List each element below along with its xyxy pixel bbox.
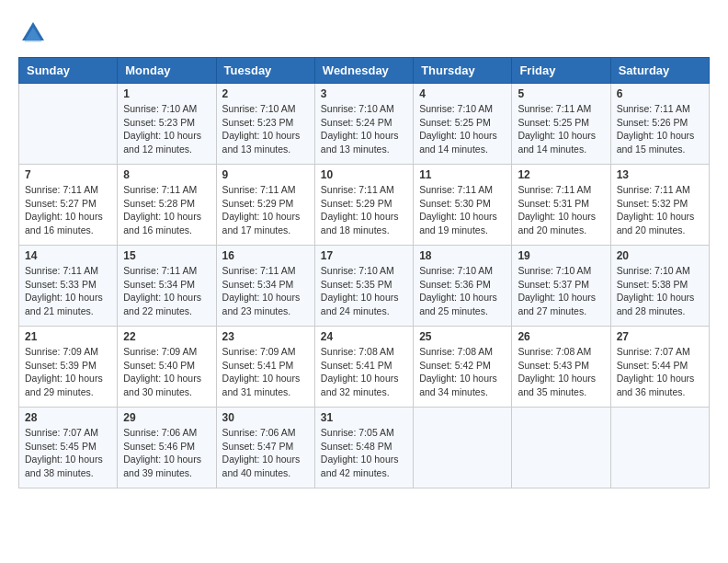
day-info: Sunrise: 7:09 AM Sunset: 5:41 PM Dayligh… xyxy=(222,345,309,399)
day-info: Sunrise: 7:11 AM Sunset: 5:29 PM Dayligh… xyxy=(222,183,309,237)
calendar-cell: 6Sunrise: 7:11 AM Sunset: 5:26 PM Daylig… xyxy=(610,84,709,165)
day-number: 2 xyxy=(222,87,309,100)
day-number: 3 xyxy=(321,87,407,100)
day-number: 8 xyxy=(123,168,210,181)
day-info: Sunrise: 7:11 AM Sunset: 5:28 PM Dayligh… xyxy=(123,183,210,237)
calendar-cell: 17Sunrise: 7:10 AM Sunset: 5:35 PM Dayli… xyxy=(314,246,413,327)
day-number: 26 xyxy=(518,330,604,343)
day-number: 28 xyxy=(25,411,111,424)
day-info: Sunrise: 7:06 AM Sunset: 5:46 PM Dayligh… xyxy=(123,426,210,480)
day-number: 27 xyxy=(617,330,703,343)
calendar-cell: 3Sunrise: 7:10 AM Sunset: 5:24 PM Daylig… xyxy=(314,84,413,165)
header-cell-tuesday: Tuesday xyxy=(216,58,314,84)
week-row-4: 28Sunrise: 7:07 AM Sunset: 5:45 PM Dayli… xyxy=(19,408,710,488)
day-number: 17 xyxy=(321,249,407,262)
header-cell-wednesday: Wednesday xyxy=(314,58,413,84)
day-info: Sunrise: 7:11 AM Sunset: 5:25 PM Dayligh… xyxy=(518,102,604,156)
calendar-cell: 2Sunrise: 7:10 AM Sunset: 5:23 PM Daylig… xyxy=(216,84,314,165)
calendar-cell: 19Sunrise: 7:10 AM Sunset: 5:37 PM Dayli… xyxy=(512,246,610,327)
day-number: 19 xyxy=(518,249,604,262)
calendar-cell: 31Sunrise: 7:05 AM Sunset: 5:48 PM Dayli… xyxy=(314,408,413,488)
calendar-cell: 26Sunrise: 7:08 AM Sunset: 5:43 PM Dayli… xyxy=(512,327,610,408)
day-number: 24 xyxy=(321,330,407,343)
calendar-cell: 13Sunrise: 7:11 AM Sunset: 5:32 PM Dayli… xyxy=(610,165,709,246)
day-info: Sunrise: 7:11 AM Sunset: 5:34 PM Dayligh… xyxy=(123,264,210,318)
calendar-cell: 10Sunrise: 7:11 AM Sunset: 5:29 PM Dayli… xyxy=(314,165,413,246)
calendar-cell: 1Sunrise: 7:10 AM Sunset: 5:23 PM Daylig… xyxy=(118,84,216,165)
day-info: Sunrise: 7:10 AM Sunset: 5:36 PM Dayligh… xyxy=(419,264,506,318)
day-info: Sunrise: 7:11 AM Sunset: 5:34 PM Dayligh… xyxy=(222,264,309,318)
calendar-cell: 16Sunrise: 7:11 AM Sunset: 5:34 PM Dayli… xyxy=(216,246,314,327)
day-number: 15 xyxy=(123,249,210,262)
calendar-cell: 28Sunrise: 7:07 AM Sunset: 5:45 PM Dayli… xyxy=(19,408,118,488)
calendar-table: SundayMondayTuesdayWednesdayThursdayFrid… xyxy=(18,57,710,488)
day-info: Sunrise: 7:10 AM Sunset: 5:23 PM Dayligh… xyxy=(222,102,309,156)
calendar-cell: 21Sunrise: 7:09 AM Sunset: 5:39 PM Dayli… xyxy=(19,327,118,408)
day-number: 18 xyxy=(419,249,506,262)
day-info: Sunrise: 7:07 AM Sunset: 5:44 PM Dayligh… xyxy=(617,345,703,399)
calendar-cell: 12Sunrise: 7:11 AM Sunset: 5:31 PM Dayli… xyxy=(512,165,610,246)
calendar-cell xyxy=(414,408,512,488)
calendar-cell: 30Sunrise: 7:06 AM Sunset: 5:47 PM Dayli… xyxy=(216,408,314,488)
day-info: Sunrise: 7:10 AM Sunset: 5:37 PM Dayligh… xyxy=(518,264,604,318)
day-info: Sunrise: 7:07 AM Sunset: 5:45 PM Dayligh… xyxy=(25,426,111,480)
calendar-cell: 22Sunrise: 7:09 AM Sunset: 5:40 PM Dayli… xyxy=(118,327,216,408)
calendar-cell xyxy=(512,408,610,488)
calendar-cell xyxy=(610,408,709,488)
calendar-cell: 7Sunrise: 7:11 AM Sunset: 5:27 PM Daylig… xyxy=(19,165,118,246)
day-number: 10 xyxy=(321,168,407,181)
day-number: 9 xyxy=(222,168,309,181)
calendar-cell: 5Sunrise: 7:11 AM Sunset: 5:25 PM Daylig… xyxy=(512,84,610,165)
header-cell-friday: Friday xyxy=(512,58,610,84)
day-info: Sunrise: 7:10 AM Sunset: 5:38 PM Dayligh… xyxy=(617,264,703,318)
day-number: 11 xyxy=(419,168,506,181)
day-info: Sunrise: 7:08 AM Sunset: 5:41 PM Dayligh… xyxy=(321,345,407,399)
day-number: 22 xyxy=(123,330,210,343)
header-cell-thursday: Thursday xyxy=(414,58,512,84)
day-number: 4 xyxy=(419,87,506,100)
calendar-cell: 29Sunrise: 7:06 AM Sunset: 5:46 PM Dayli… xyxy=(118,408,216,488)
day-number: 6 xyxy=(617,87,703,100)
day-number: 1 xyxy=(123,87,210,100)
week-row-3: 21Sunrise: 7:09 AM Sunset: 5:39 PM Dayli… xyxy=(19,327,710,408)
day-info: Sunrise: 7:11 AM Sunset: 5:29 PM Dayligh… xyxy=(321,183,407,237)
calendar-cell: 9Sunrise: 7:11 AM Sunset: 5:29 PM Daylig… xyxy=(216,165,314,246)
day-info: Sunrise: 7:11 AM Sunset: 5:27 PM Dayligh… xyxy=(25,183,111,237)
calendar-cell: 20Sunrise: 7:10 AM Sunset: 5:38 PM Dayli… xyxy=(610,246,709,327)
calendar-cell: 27Sunrise: 7:07 AM Sunset: 5:44 PM Dayli… xyxy=(610,327,709,408)
calendar-cell: 11Sunrise: 7:11 AM Sunset: 5:30 PM Dayli… xyxy=(414,165,512,246)
logo-icon xyxy=(18,18,48,48)
day-number: 30 xyxy=(222,411,309,424)
day-number: 20 xyxy=(617,249,703,262)
calendar-cell: 14Sunrise: 7:11 AM Sunset: 5:33 PM Dayli… xyxy=(19,246,118,327)
day-info: Sunrise: 7:11 AM Sunset: 5:30 PM Dayligh… xyxy=(419,183,506,237)
calendar-cell xyxy=(19,84,118,165)
day-info: Sunrise: 7:11 AM Sunset: 5:33 PM Dayligh… xyxy=(25,264,111,318)
day-info: Sunrise: 7:08 AM Sunset: 5:42 PM Dayligh… xyxy=(419,345,506,399)
logo xyxy=(18,18,53,48)
day-info: Sunrise: 7:08 AM Sunset: 5:43 PM Dayligh… xyxy=(518,345,604,399)
day-info: Sunrise: 7:06 AM Sunset: 5:47 PM Dayligh… xyxy=(222,426,309,480)
week-row-2: 14Sunrise: 7:11 AM Sunset: 5:33 PM Dayli… xyxy=(19,246,710,327)
day-info: Sunrise: 7:05 AM Sunset: 5:48 PM Dayligh… xyxy=(321,426,407,480)
day-number: 23 xyxy=(222,330,309,343)
header-cell-sunday: Sunday xyxy=(19,58,118,84)
day-info: Sunrise: 7:10 AM Sunset: 5:25 PM Dayligh… xyxy=(419,102,506,156)
calendar-cell: 18Sunrise: 7:10 AM Sunset: 5:36 PM Dayli… xyxy=(414,246,512,327)
calendar-cell: 24Sunrise: 7:08 AM Sunset: 5:41 PM Dayli… xyxy=(314,327,413,408)
day-number: 25 xyxy=(419,330,506,343)
day-number: 7 xyxy=(25,168,111,181)
week-row-0: 1Sunrise: 7:10 AM Sunset: 5:23 PM Daylig… xyxy=(19,84,710,165)
day-number: 31 xyxy=(321,411,407,424)
day-number: 21 xyxy=(25,330,111,343)
header-cell-saturday: Saturday xyxy=(610,58,709,84)
calendar-cell: 25Sunrise: 7:08 AM Sunset: 5:42 PM Dayli… xyxy=(414,327,512,408)
calendar-cell: 15Sunrise: 7:11 AM Sunset: 5:34 PM Dayli… xyxy=(118,246,216,327)
week-row-1: 7Sunrise: 7:11 AM Sunset: 5:27 PM Daylig… xyxy=(19,165,710,246)
day-number: 14 xyxy=(25,249,111,262)
day-info: Sunrise: 7:11 AM Sunset: 5:31 PM Dayligh… xyxy=(518,183,604,237)
day-number: 16 xyxy=(222,249,309,262)
header-row: SundayMondayTuesdayWednesdayThursdayFrid… xyxy=(19,58,710,84)
day-number: 5 xyxy=(518,87,604,100)
day-info: Sunrise: 7:10 AM Sunset: 5:24 PM Dayligh… xyxy=(321,102,407,156)
